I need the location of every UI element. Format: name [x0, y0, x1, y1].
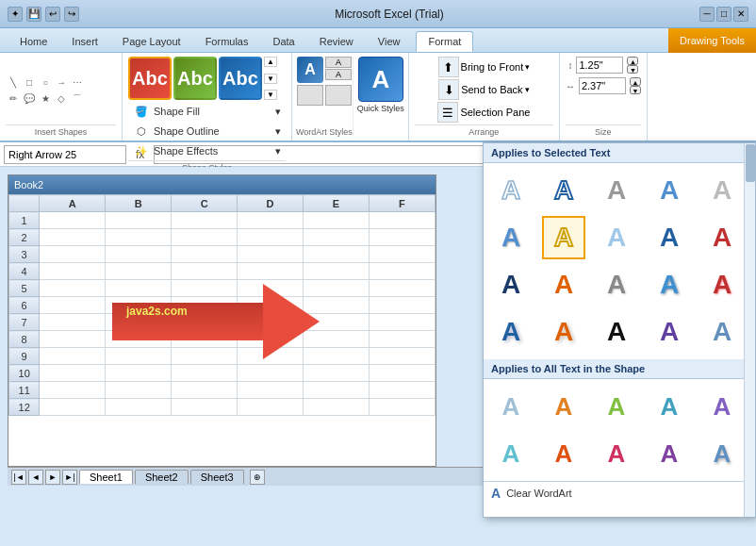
close-button[interactable]: ✕: [733, 7, 748, 22]
height-input[interactable]: [579, 77, 626, 94]
height-down-btn[interactable]: ▼: [630, 86, 641, 94]
wordart-item[interactable]: A: [595, 310, 638, 354]
quick-access-redo[interactable]: ↪: [64, 7, 79, 22]
wordart-item[interactable]: A: [595, 216, 638, 259]
style-dropdown-up[interactable]: ▲: [264, 57, 277, 67]
wordart-item[interactable]: A: [700, 263, 744, 306]
sheet-nav-first[interactable]: |◄: [11, 470, 26, 485]
shape-btn-circle[interactable]: ○: [38, 75, 53, 91]
wordart-item[interactable]: A: [542, 432, 585, 475]
col-header-d[interactable]: D: [238, 195, 304, 212]
send-to-back-label[interactable]: Send to Back: [461, 84, 522, 95]
quick-styles-btn[interactable]: A: [358, 57, 403, 102]
tab-data[interactable]: Data: [260, 31, 306, 52]
tab-format[interactable]: Format: [416, 31, 473, 52]
wordart-a-btn[interactable]: A: [297, 57, 323, 83]
wordart-item[interactable]: A: [542, 385, 585, 428]
col-header-e[interactable]: E: [304, 195, 370, 212]
tab-review[interactable]: Review: [307, 31, 366, 52]
wordart-item[interactable]: A: [489, 385, 533, 428]
wordart-item[interactable]: A: [648, 263, 691, 306]
wordart-item[interactable]: A: [489, 216, 533, 259]
shape-btn-callout[interactable]: 💬: [22, 91, 37, 107]
shape-btn-star[interactable]: ★: [38, 91, 53, 107]
height-up-btn[interactable]: ▲: [630, 77, 641, 86]
selection-pane-label[interactable]: Selection Pane: [460, 107, 530, 118]
col-header-f[interactable]: F: [369, 195, 435, 212]
sheet-nav-next[interactable]: ►: [45, 470, 60, 485]
arrow-shape[interactable]: java2s.com: [112, 284, 320, 359]
wordart-item-selected[interactable]: A: [542, 216, 585, 259]
bring-to-front-label[interactable]: Bring to Front: [461, 61, 524, 73]
wordart-item[interactable]: A: [700, 385, 744, 428]
col-header-a[interactable]: A: [40, 195, 106, 212]
tab-view[interactable]: View: [366, 31, 413, 52]
wordart-item[interactable]: A: [648, 310, 691, 354]
style-thumb-blue[interactable]: Abc: [219, 57, 262, 100]
wordart-item[interactable]: A: [595, 263, 638, 306]
send-to-back-icon[interactable]: ⬇: [438, 79, 459, 100]
wordart-item[interactable]: A: [700, 216, 744, 259]
clear-wordart-btn[interactable]: A Clear WordArt: [484, 481, 755, 505]
style-thumb-red[interactable]: Abc: [128, 57, 172, 100]
sheet-add-btn[interactable]: ⊕: [250, 470, 265, 485]
shape-outline-arrow[interactable]: ▾: [275, 125, 281, 138]
shape-btn-freeform[interactable]: ✏: [6, 91, 21, 107]
quick-access-save[interactable]: 💾: [26, 7, 41, 22]
wordart-item[interactable]: A: [700, 310, 744, 354]
tab-home[interactable]: Home: [8, 31, 59, 52]
col-header-b[interactable]: B: [106, 195, 172, 212]
wordart-item[interactable]: A: [648, 169, 691, 212]
sheet-tab-2[interactable]: Sheet2: [135, 470, 189, 484]
shape-fill-arrow[interactable]: ▾: [275, 106, 281, 118]
shape-outline-btn[interactable]: ⬡ Shape Outline ▾: [128, 122, 286, 141]
wordart-text-fill-btn[interactable]: A: [325, 69, 352, 80]
style-dropdown-more[interactable]: ▼: [264, 90, 277, 100]
sheet-nav-last[interactable]: ►|: [62, 470, 77, 485]
shape-btn-flow[interactable]: ◇: [54, 91, 69, 107]
shape-effects-btn[interactable]: ✨ Shape Effects ▾: [128, 141, 286, 160]
wordart-item[interactable]: A: [542, 169, 585, 212]
shape-fill-btn[interactable]: 🪣 Shape Fill ▾: [128, 102, 286, 121]
maximize-button[interactable]: □: [716, 7, 731, 22]
wordart-font-color-btn[interactable]: A: [325, 57, 352, 68]
width-input[interactable]: [576, 57, 623, 74]
minimize-button[interactable]: ─: [699, 7, 715, 22]
col-header-c[interactable]: C: [172, 195, 238, 212]
wordart-item[interactable]: A: [542, 310, 585, 354]
shape-effects-arrow[interactable]: ▾: [275, 145, 281, 157]
wordart-item[interactable]: A: [700, 432, 744, 475]
selection-pane-icon[interactable]: ☰: [437, 102, 458, 123]
wordart-item[interactable]: A: [648, 385, 691, 428]
tab-insert[interactable]: Insert: [59, 31, 110, 52]
shape-btn-more[interactable]: ⋯: [70, 75, 85, 91]
wordart-effects-btn[interactable]: [325, 85, 352, 106]
sheet-tab-3[interactable]: Sheet3: [190, 470, 244, 484]
tab-formulas[interactable]: Formulas: [193, 31, 261, 52]
wordart-item[interactable]: A: [489, 169, 533, 212]
wordart-item[interactable]: A: [595, 432, 638, 475]
width-up-btn[interactable]: ▲: [627, 57, 638, 65]
wordart-outline-btn[interactable]: [297, 85, 323, 106]
shape-btn-arrow[interactable]: →: [54, 75, 69, 91]
style-thumb-green[interactable]: Abc: [173, 57, 217, 100]
bring-to-front-arrow[interactable]: ▾: [525, 62, 530, 72]
shape-btn-connector[interactable]: ⌒: [70, 91, 85, 107]
width-down-btn[interactable]: ▼: [627, 65, 638, 74]
bring-to-front-icon[interactable]: ⬆: [438, 57, 459, 77]
quick-styles-label[interactable]: Quick Styles: [357, 104, 404, 113]
style-dropdown-down[interactable]: ▼: [264, 74, 277, 84]
send-to-back-arrow[interactable]: ▾: [525, 85, 530, 94]
wordart-item[interactable]: A: [489, 310, 533, 354]
excel-logo[interactable]: ✦: [8, 7, 23, 22]
shape-btn-rect[interactable]: □: [22, 75, 37, 91]
tab-page-layout[interactable]: Page Layout: [110, 31, 193, 52]
wordart-item[interactable]: A: [489, 432, 533, 475]
shape-btn-line[interactable]: ╲: [6, 75, 21, 91]
wordart-item[interactable]: A: [648, 216, 691, 259]
sheet-tab-1[interactable]: Sheet1: [79, 470, 133, 484]
name-box[interactable]: [4, 145, 126, 164]
wordart-item[interactable]: A: [595, 385, 638, 428]
wordart-item[interactable]: A: [595, 169, 638, 212]
wordart-item[interactable]: A: [489, 263, 533, 306]
